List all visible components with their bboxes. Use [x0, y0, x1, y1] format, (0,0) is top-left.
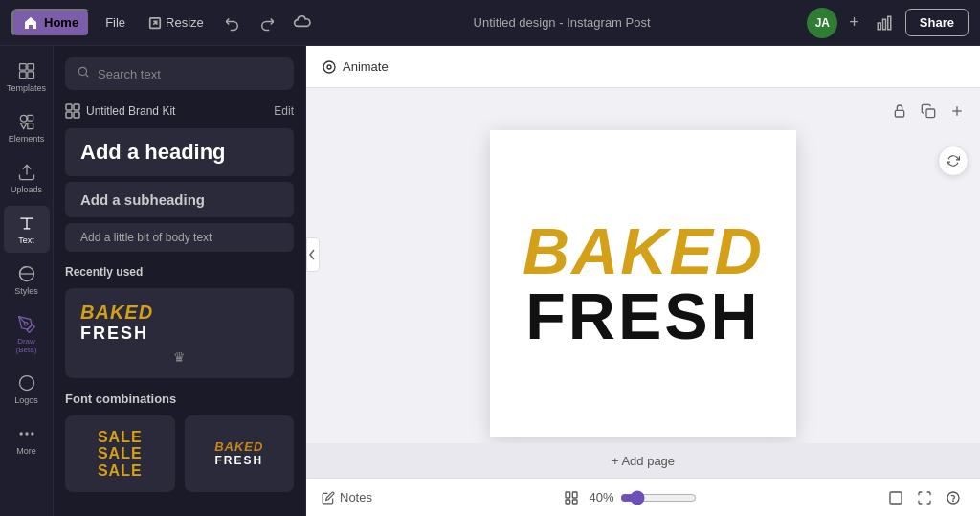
add-subheading-button[interactable]: Add a subheading — [65, 182, 294, 217]
sidebar-item-more[interactable]: More — [4, 416, 50, 463]
help-button[interactable] — [942, 486, 965, 509]
canvas-fresh-text: FRESH — [525, 283, 760, 348]
sidebar-item-text[interactable]: Text — [4, 206, 50, 253]
notes-button[interactable]: Notes — [322, 490, 372, 505]
sale-text-1: SALE — [98, 429, 143, 446]
analytics-button[interactable] — [871, 10, 898, 36]
lock-canvas-button[interactable] — [888, 100, 911, 123]
left-panel: Untitled Brand Kit Edit Add a heading Ad… — [54, 46, 306, 516]
font-combo-row: SALE SALE SALE BAKED FRESH — [65, 415, 294, 492]
recently-fresh-text: FRESH — [80, 324, 278, 344]
canvas-baked-text: BAKED — [523, 218, 764, 283]
svg-point-24 — [327, 65, 331, 69]
add-page-bar[interactable]: + Add page — [306, 443, 980, 478]
svg-rect-30 — [573, 492, 578, 498]
sale-text-2: SALE — [98, 445, 143, 462]
svg-point-17 — [25, 432, 28, 435]
zoom-slider[interactable] — [620, 490, 697, 505]
brand-kit-edit-button[interactable]: Edit — [274, 104, 294, 118]
fit-to-screen-button[interactable] — [884, 486, 907, 509]
topbar: Home File Resize Untitled design - Insta… — [0, 0, 980, 46]
crown-icon: ♛ — [80, 349, 278, 365]
sidebar-item-elements[interactable]: Elements — [4, 104, 50, 151]
search-icon — [77, 65, 90, 82]
sidebar-item-uploads-label: Uploads — [11, 185, 42, 194]
baked-combo-text: BAKED — [214, 440, 263, 454]
show-pages-button[interactable] — [560, 486, 583, 509]
sidebar-item-styles[interactable]: Styles — [4, 257, 50, 303]
search-box — [65, 57, 294, 90]
home-button[interactable]: Home — [11, 9, 90, 37]
svg-rect-21 — [74, 104, 79, 110]
fullscreen-button[interactable] — [913, 486, 936, 509]
sidebar-item-text-label: Text — [18, 236, 34, 245]
svg-marker-11 — [27, 123, 33, 129]
svg-point-15 — [19, 376, 33, 391]
canvas-toolbar: Animate — [306, 46, 980, 88]
canvas-area: Animate — [306, 46, 980, 516]
add-heading-button[interactable]: Add a heading — [65, 128, 294, 176]
svg-marker-10 — [20, 123, 27, 129]
svg-point-8 — [20, 115, 27, 122]
svg-rect-6 — [19, 72, 26, 79]
search-input[interactable] — [98, 67, 282, 81]
recently-used-title: Recently used — [65, 265, 294, 279]
svg-point-18 — [31, 432, 33, 435]
brand-kit-header: Untitled Brand Kit Edit — [65, 103, 294, 119]
zoom-value: 40% — [589, 490, 613, 505]
svg-rect-7 — [27, 72, 33, 79]
svg-rect-23 — [74, 112, 79, 118]
refresh-button[interactable] — [938, 146, 969, 176]
copy-canvas-button[interactable] — [917, 100, 940, 123]
add-body-button[interactable]: Add a little bit of body text — [65, 223, 294, 252]
recently-used-card[interactable]: BAKED FRESH ♛ — [65, 288, 294, 378]
add-collaborator-button[interactable]: + — [845, 9, 863, 36]
resize-button[interactable]: Resize — [141, 11, 212, 34]
canvas-top-tools — [888, 100, 969, 123]
svg-rect-5 — [27, 64, 33, 71]
avatar[interactable]: JA — [807, 8, 837, 38]
zoom-controls: 40% — [380, 486, 877, 509]
brand-kit-title: Untitled Brand Kit — [65, 103, 175, 119]
svg-rect-20 — [66, 104, 72, 110]
redo-button[interactable] — [254, 10, 280, 36]
file-button[interactable]: File — [98, 11, 133, 34]
sidebar-item-draw-label: Draw (Beta) — [8, 337, 46, 354]
bottom-bar: Notes 40% — [306, 478, 980, 516]
svg-rect-4 — [19, 64, 26, 71]
cloud-save-icon — [288, 11, 317, 35]
animate-button[interactable]: Animate — [322, 59, 389, 75]
recently-baked-text: BAKED — [80, 302, 278, 324]
svg-point-14 — [24, 323, 27, 325]
font-combo-sale-card[interactable]: SALE SALE SALE — [65, 415, 175, 492]
svg-rect-25 — [895, 110, 903, 117]
svg-rect-33 — [890, 492, 902, 504]
topbar-right: JA + Share — [807, 8, 969, 38]
canvas-frame[interactable]: BAKED FRESH — [490, 130, 796, 437]
undo-button[interactable] — [219, 10, 246, 36]
bottom-right — [884, 486, 965, 509]
main-area: Templates Elements Uploads Text Styles D… — [0, 46, 980, 516]
svg-point-19 — [78, 67, 86, 75]
sidebar-item-uploads[interactable]: Uploads — [4, 155, 50, 202]
svg-rect-9 — [27, 115, 33, 121]
svg-rect-1 — [878, 23, 880, 30]
svg-rect-32 — [573, 500, 578, 504]
fresh-combo-text: FRESH — [214, 455, 263, 467]
font-combo-baked-fresh-card[interactable]: BAKED FRESH — [185, 415, 295, 492]
share-button[interactable]: Share — [905, 9, 969, 36]
font-combinations-title: Font combinations — [65, 392, 294, 406]
sidebar-item-draw[interactable]: Draw (Beta) — [4, 307, 50, 362]
hide-panel-button[interactable] — [306, 237, 320, 272]
svg-rect-2 — [882, 19, 885, 30]
brand-kit-label: Untitled Brand Kit — [86, 104, 175, 118]
svg-rect-29 — [566, 492, 570, 498]
canvas-wrapper: BAKED FRESH + Add page — [306, 88, 980, 478]
sidebar-item-templates-label: Templates — [7, 83, 46, 93]
sidebar-item-logos-label: Logos — [14, 395, 38, 405]
sidebar-item-logos[interactable]: Logos — [4, 366, 50, 413]
svg-rect-26 — [926, 109, 935, 118]
add-page-button[interactable] — [946, 100, 969, 123]
sale-text-3: SALE — [98, 462, 143, 480]
sidebar-item-templates[interactable]: Templates — [4, 54, 50, 101]
